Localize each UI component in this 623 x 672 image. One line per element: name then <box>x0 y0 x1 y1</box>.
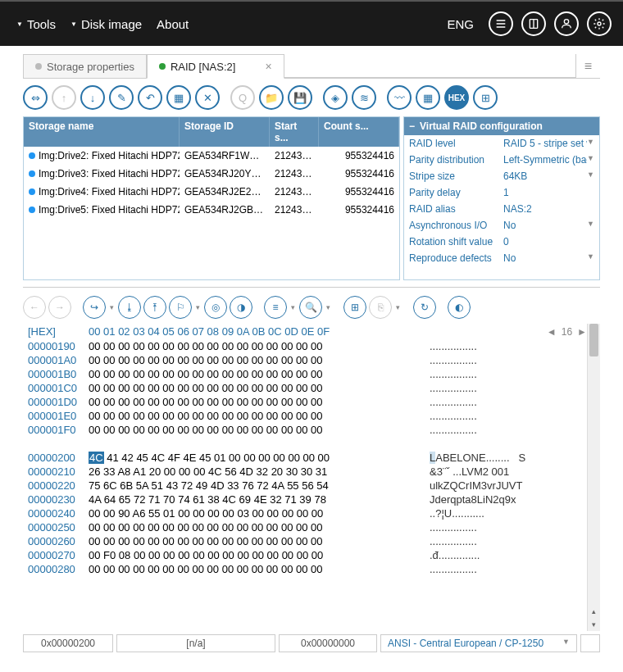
hex-row[interactable]: 000001F000 00 00 00 00 00 00 00 00 00 00… <box>23 423 587 437</box>
column-header-start[interactable]: Start s... <box>270 117 319 147</box>
encoding-selector[interactable]: ANSI - Central European / CP-1250▼ <box>380 634 577 652</box>
panels-icon[interactable]: ⊞ <box>473 85 498 110</box>
save-icon[interactable]: 💾 <box>288 85 312 110</box>
menu-about[interactable]: About <box>152 14 193 34</box>
hex-row[interactable]: 000001C000 00 00 00 00 00 00 00 00 00 00… <box>23 381 587 395</box>
back-icon[interactable]: ← <box>23 296 46 319</box>
arrow-up-icon[interactable]: ↑ <box>52 85 76 110</box>
dropdown-caret-icon[interactable]: ▼ <box>587 220 594 231</box>
jump-icon[interactable]: ↪ <box>83 296 106 319</box>
hex-row[interactable]: 0000026000 00 00 00 00 00 00 00 00 00 00… <box>23 534 587 548</box>
list-icon[interactable] <box>489 11 513 36</box>
dropdown-caret-icon[interactable]: ▼ <box>587 138 594 149</box>
remove-icon[interactable]: ✕ <box>195 85 220 110</box>
tab-status-dot-icon <box>35 63 42 70</box>
layers-icon[interactable]: ◈ <box>323 85 348 110</box>
dropdown-caret-icon[interactable]: ▾ <box>194 303 202 311</box>
list-icon[interactable]: ≡ <box>264 296 287 319</box>
refresh-icon[interactable]: ↻ <box>413 296 436 319</box>
status-extra[interactable] <box>580 634 600 652</box>
column-header-count[interactable]: Count s... <box>319 117 399 147</box>
stack-icon[interactable]: ≋ <box>352 85 376 110</box>
scrollbar[interactable]: ▴ ▾ <box>587 324 600 631</box>
drive-status-dot-icon <box>29 170 35 177</box>
hex-row[interactable]: 0000024000 00 90 A6 55 01 00 00 00 00 03… <box>23 506 587 520</box>
tab-raid[interactable]: RAID [NAS:2] × <box>147 54 284 79</box>
user-icon[interactable] <box>554 11 579 36</box>
target-icon[interactable]: ◎ <box>204 296 227 319</box>
table-row[interactable]: Img:Drive2: Fixed Hitachi HDP725...GEA53… <box>24 147 399 165</box>
table-row[interactable]: Img:Drive4: Fixed Hitachi HDP725...GEA53… <box>24 183 399 201</box>
config-row: RAID aliasNAS:2 <box>404 201 599 217</box>
upload-icon[interactable]: ⭱ <box>143 296 166 319</box>
dropdown-caret-icon[interactable]: ▼ <box>587 252 594 264</box>
hex-row[interactable]: 000001D000 00 00 00 00 00 00 00 00 00 00… <box>23 395 587 409</box>
search-icon[interactable]: Q <box>230 85 255 110</box>
grid-icon[interactable]: ▦ <box>416 85 440 110</box>
hex-row[interactable]: 0000027000 F0 08 00 00 00 00 00 00 00 00… <box>23 548 587 562</box>
hex-row[interactable]: 000002004C 41 42 45 4C 4F 4E 45 01 00 00… <box>23 451 587 465</box>
table-row[interactable]: Img:Drive5: Fixed Hitachi HDP725...GEA53… <box>24 201 399 219</box>
activity-icon[interactable]: 〰 <box>387 85 412 110</box>
config-row[interactable]: Reproduce defectsNo▼ <box>404 250 599 266</box>
collapse-icon[interactable]: − <box>409 120 415 132</box>
drive-status-dot-icon <box>29 152 35 159</box>
menu-tools[interactable]: ▼Tools <box>11 14 61 34</box>
hex-mode-button[interactable]: HEX <box>444 85 469 110</box>
hex-row[interactable]: 0000025000 00 00 00 00 00 00 00 00 00 00… <box>23 520 587 534</box>
copy-icon[interactable]: ⎘ <box>369 296 392 319</box>
panel-icon[interactable]: ⊞ <box>343 296 366 319</box>
tab-storage-properties[interactable]: Storage properties <box>23 54 147 78</box>
scroll-up-icon[interactable]: ▴ <box>588 605 600 618</box>
menu-disk-image[interactable]: ▼Disk image <box>66 14 147 34</box>
scroll-thumb[interactable] <box>589 324 598 356</box>
edit-icon[interactable]: ✎ <box>109 85 134 110</box>
column-header-storage-name[interactable]: Storage name <box>24 117 180 147</box>
config-row: Parity delay1 <box>404 184 599 201</box>
hex-row[interactable]: 000001E000 00 00 00 00 00 00 00 00 00 00… <box>23 409 587 423</box>
tab-overflow-button[interactable]: ≡ <box>575 54 600 78</box>
dropdown-caret-icon[interactable]: ▾ <box>394 303 402 311</box>
hex-row[interactable]: 000001B000 00 00 00 00 00 00 00 00 00 00… <box>23 367 587 381</box>
undo-icon[interactable]: ↶ <box>138 85 162 110</box>
forward-icon[interactable]: → <box>48 296 71 319</box>
folder-icon[interactable]: 📁 <box>259 85 284 110</box>
hex-row[interactable]: 000001A000 00 00 00 00 00 00 00 00 00 00… <box>23 353 587 367</box>
config-row[interactable]: RAID levelRAID 5 - stripe set w▼ <box>404 135 599 152</box>
status-bar: 0x00000200 [n/a] 0x00000000 ANSI - Centr… <box>23 631 600 656</box>
tag-icon[interactable]: ◑ <box>230 296 252 319</box>
config-row: Rotation shift value0 <box>404 234 599 250</box>
gear-icon[interactable] <box>587 11 612 36</box>
find-icon[interactable]: 🔍 <box>299 296 322 319</box>
column-header-storage-id[interactable]: Storage ID <box>180 117 270 147</box>
chip-icon[interactable]: ▦ <box>166 85 191 110</box>
hex-row[interactable]: 0000019000 00 00 00 00 00 00 00 00 00 00… <box>23 339 587 353</box>
dropdown-caret-icon[interactable]: ▾ <box>108 303 116 311</box>
hex-pager[interactable]: ◄ 16 ► <box>547 325 587 338</box>
dropdown-caret-icon[interactable]: ▾ <box>289 303 297 311</box>
arrow-down-icon[interactable]: ↓ <box>80 85 105 110</box>
bookmark-icon[interactable]: ⚐ <box>169 296 192 319</box>
scroll-down-icon[interactable]: ▾ <box>588 618 600 631</box>
config-row[interactable]: Asynchronous I/ONo▼ <box>404 217 599 234</box>
table-row[interactable]: Img:Drive3: Fixed Hitachi HDP725...GEA53… <box>24 165 399 183</box>
status-field2: [n/a] <box>116 634 275 652</box>
hex-row[interactable]: 0000021026 33 A8 A1 20 00 00 00 4C 56 4D… <box>23 465 587 479</box>
book-icon[interactable] <box>521 11 546 36</box>
hex-row[interactable]: 0000022075 6C 6B 5A 51 43 72 49 4D 33 76… <box>23 479 587 493</box>
dropdown-caret-icon[interactable]: ▼ <box>587 154 594 166</box>
config-row[interactable]: Parity distributionLeft-Symmetric (bac▼ <box>404 152 599 168</box>
hex-row[interactable]: 0000028000 00 00 00 00 00 00 00 00 00 00… <box>23 562 587 576</box>
contrast-icon[interactable]: ◐ <box>448 296 471 319</box>
hex-viewer: [HEX] 00 01 02 03 04 05 06 07 08 09 0A 0… <box>23 324 600 631</box>
hex-row[interactable]: 000002304A 64 65 72 71 70 74 61 38 4C 69… <box>23 493 587 506</box>
dropdown-caret-icon[interactable]: ▾ <box>325 303 332 311</box>
download-icon[interactable]: ⭳ <box>118 296 141 319</box>
tab-bar: Storage properties RAID [NAS:2] × ≡ <box>23 54 600 79</box>
fit-icon[interactable]: ⇔ <box>23 85 48 110</box>
dropdown-caret-icon[interactable]: ▼ <box>587 170 594 182</box>
language-selector[interactable]: ENG <box>447 17 474 31</box>
hex-row[interactable] <box>23 437 587 451</box>
close-icon[interactable]: × <box>265 60 271 73</box>
config-row[interactable]: Stripe size64KB▼ <box>404 168 599 184</box>
